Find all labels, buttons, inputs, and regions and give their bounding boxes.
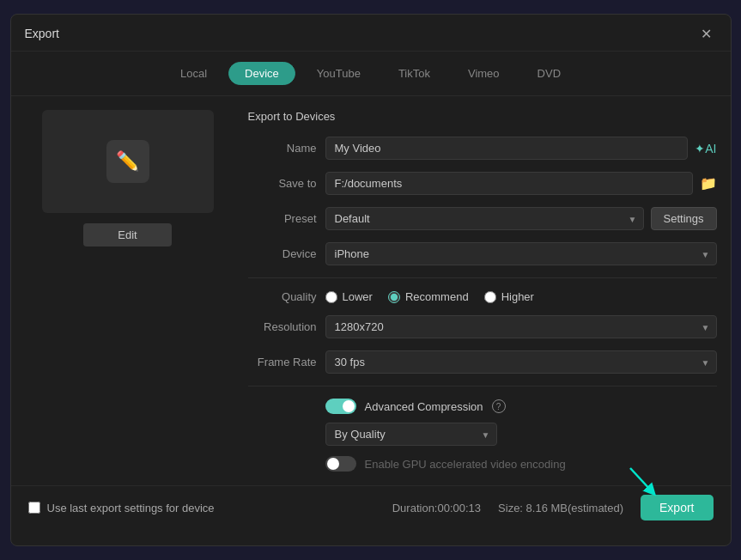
footer: Use last export settings for device Dura… [11, 485, 731, 529]
toggle-knob [343, 400, 355, 412]
preset-select[interactable]: Default [325, 207, 644, 230]
quality-lower-label: Lower [343, 290, 373, 303]
device-select[interactable]: iPhone [325, 242, 717, 265]
framerate-label: Frame Rate [248, 356, 317, 368]
save-to-input-wrap: 📁 [325, 172, 717, 195]
save-to-label: Save to [248, 177, 317, 190]
edit-button[interactable]: Edit [83, 223, 171, 247]
name-row: Name ✦AI [248, 137, 717, 160]
right-panel: Export to Devices Name ✦AI Save to 📁 P [248, 110, 717, 472]
title-bar: Export ✕ [11, 15, 731, 52]
settings-button[interactable]: Settings [651, 207, 717, 230]
quality-row: Quality Lower Recommend Higher [248, 290, 717, 303]
preset-select-wrap: Default ▼ [325, 207, 644, 230]
quality-higher-option[interactable]: Higher [484, 290, 534, 303]
tabs-bar: Local Device YouTube TikTok Vimeo DVD [11, 52, 731, 96]
framerate-input-wrap: 30 fps ▼ [325, 350, 717, 374]
device-row: Device iPhone ▼ [248, 242, 717, 265]
tab-local[interactable]: Local [164, 62, 223, 85]
export-dialog: Export ✕ Local Device YouTube TikTok Vim… [10, 14, 732, 546]
section-title: Export to Devices [248, 110, 717, 123]
resolution-select[interactable]: 1280x720 [325, 315, 717, 338]
preview-box: ✏️ [42, 110, 214, 213]
resolution-row: Resolution 1280x720 ▼ [248, 315, 717, 338]
tab-dvd[interactable]: DVD [521, 62, 577, 85]
save-to-input[interactable] [325, 172, 693, 195]
quality-lower-option[interactable]: Lower [325, 290, 373, 303]
gpu-label: Enable GPU accelerated video encoding [365, 458, 566, 471]
duration-text: Duration:00:00:13 [392, 502, 481, 514]
ai-icon[interactable]: ✦AI [695, 142, 716, 155]
preset-label: Preset [248, 212, 317, 225]
folder-icon[interactable]: 📁 [700, 175, 717, 192]
resolution-select-wrap: 1280x720 ▼ [325, 315, 717, 338]
divider-2 [248, 386, 717, 387]
quality-recommend-label: Recommend [405, 290, 469, 303]
preview-icon: ✏️ [106, 140, 149, 183]
last-settings-checkbox[interactable] [28, 502, 40, 514]
quality-higher-label: Higher [501, 290, 534, 303]
close-button[interactable]: ✕ [696, 23, 717, 44]
by-quality-select[interactable]: By Quality [325, 423, 497, 446]
tab-youtube[interactable]: YouTube [301, 62, 377, 85]
size-text: Size: 8.16 MB(estimated) [498, 502, 623, 514]
quality-label: Quality [248, 290, 317, 303]
device-input-wrap: iPhone ▼ [325, 242, 717, 265]
device-label: Device [248, 247, 317, 260]
gpu-toggle-knob [327, 458, 339, 470]
framerate-select-wrap: 30 fps ▼ [325, 350, 717, 374]
advanced-compression-label: Advanced Compression [365, 400, 483, 413]
quality-lower-radio[interactable] [325, 291, 337, 303]
framerate-select[interactable]: 30 fps [325, 350, 717, 374]
advanced-compression-toggle[interactable] [325, 399, 356, 414]
preset-input-wrap: Default ▼ Settings [325, 207, 717, 230]
left-panel: ✏️ Edit [25, 110, 231, 472]
preset-row: Preset Default ▼ Settings [248, 207, 717, 230]
by-quality-row: By Quality ▼ [248, 423, 717, 446]
by-quality-select-wrap: By Quality ▼ [325, 423, 497, 446]
footer-left: Use last export settings for device [28, 502, 215, 514]
dialog-title: Export [25, 27, 59, 40]
tab-tiktok[interactable]: TikTok [382, 62, 446, 85]
resolution-input-wrap: 1280x720 ▼ [325, 315, 717, 338]
last-settings-label: Use last export settings for device [47, 502, 215, 514]
export-button[interactable]: Export [641, 495, 713, 520]
advanced-compression-row: Advanced Compression ? [248, 399, 717, 414]
name-input[interactable] [325, 137, 689, 160]
resolution-label: Resolution [248, 320, 317, 333]
tab-vimeo[interactable]: Vimeo [452, 62, 516, 85]
help-icon[interactable]: ? [492, 399, 506, 413]
gpu-toggle[interactable] [325, 456, 356, 472]
svg-line-1 [630, 468, 652, 491]
device-select-wrap: iPhone ▼ [325, 242, 717, 265]
content-area: ✏️ Edit Export to Devices Name ✦AI Save … [11, 96, 731, 485]
quality-recommend-option[interactable]: Recommend [388, 290, 469, 303]
name-label: Name [248, 142, 317, 155]
footer-meta: Duration:00:00:13 Size: 8.16 MB(estimate… [392, 495, 714, 520]
divider-1 [248, 277, 717, 278]
arrow-indicator [626, 464, 660, 498]
framerate-row: Frame Rate 30 fps ▼ [248, 350, 717, 374]
quality-options: Lower Recommend Higher [325, 290, 717, 303]
tab-device[interactable]: Device [228, 62, 295, 85]
save-to-row: Save to 📁 [248, 172, 717, 195]
quality-higher-radio[interactable] [484, 291, 496, 303]
quality-recommend-radio[interactable] [388, 291, 400, 303]
name-input-wrap: ✦AI [325, 137, 717, 160]
